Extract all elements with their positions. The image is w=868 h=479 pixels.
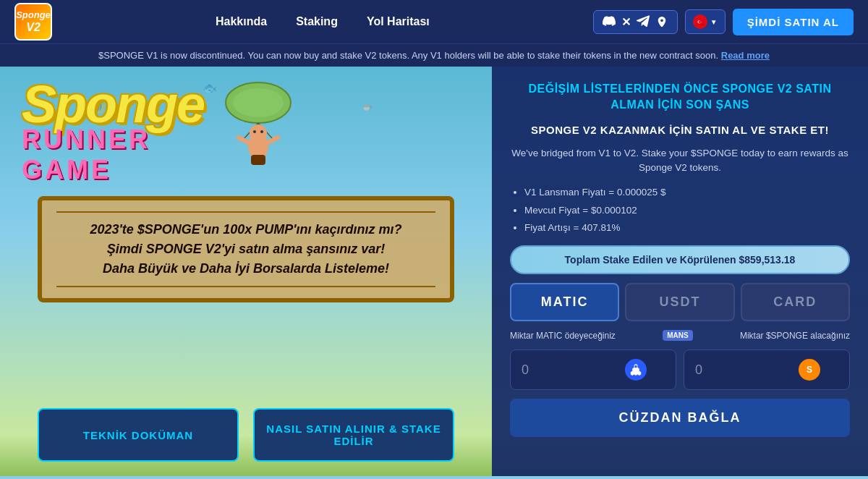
buy-now-button[interactable]: ŞİMDİ SATIN AL [733,9,854,35]
share-icon[interactable] [655,15,668,29]
game-text: GAME [22,155,204,185]
svg-line-6 [239,137,248,143]
receive-label: Miktar $SPONGE alacağınız [740,331,850,341]
right-panel: DEĞİŞİM LİSTELERİNDEN ÖNCE SPONGE V2 SAT… [492,67,868,476]
how-to-buy-button[interactable]: NASIL SATIN ALINIR & STAKE EDİLİR [253,408,454,462]
stake-bar: Toplam Stake Edilen ve Köprülenen $859,5… [510,245,850,274]
sponge-token-icon: S [799,359,820,381]
tab-usdt[interactable]: USDT [625,283,734,321]
bottom-buttons: TEKNİK DOKÜMAN NASIL SATIN ALINIR & STAK… [38,408,454,462]
bullet-list: V1 Lansman Fiyatı = 0.000025 $ Mevcut Fi… [510,184,850,237]
navbar: SpongeV2 Hakkında Staking Yol Haritası ✕ [0,0,868,43]
right-panel-subtitle: SPONGE V2 KAZANMAK İÇİN SATIN AL VE STAK… [510,122,850,137]
right-panel-title: DEĞİŞİM LİSTELERİNDEN ÖNCE SPONGE V2 SAT… [510,81,850,114]
announcement-text: $SPONGE V1 is now discontinued. You can … [98,50,718,61]
svg-point-9 [253,130,256,133]
hero-title-area: Sponge RUNNER GAME [14,81,477,185]
bullet-item-2: Mevcut Fiyat = $0.000102 [524,202,850,219]
social-icons: ✕ [593,10,678,34]
nav-about[interactable]: Hakkında [216,15,267,28]
logo-area: SpongeV2 [14,3,52,41]
svg-rect-11 [251,155,265,165]
flag-icon: 🇹🇷 [693,14,707,29]
svg-point-10 [260,130,263,133]
read-more-link[interactable]: Read more [721,50,770,61]
sponge-title: Sponge [22,81,204,128]
svg-line-7 [268,137,278,143]
left-panel: Sponge RUNNER GAME [0,67,492,476]
nav-links: Hakkında Staking Yol Haritası [52,15,593,28]
nav-roadmap[interactable]: Yol Haritası [367,15,430,28]
announcement-bar: $SPONGE V1 is now discontinued. You can … [0,43,868,67]
chevron-down-icon: ▼ [710,18,718,26]
parachute-character [218,74,298,171]
nav-right: ✕ 🇹🇷 ▼ ŞİMDİ SATIN AL [593,9,854,35]
scroll-notice-box: 2023'te $SPONGE'un 100x PUMP'ını kaçırdı… [38,196,454,302]
chainlink-icon [625,359,647,381]
scroll-text-2: Şimdi SPONGE V2'yi satın alma şansınız v… [60,240,432,259]
telegram-icon[interactable] [637,15,650,29]
language-selector[interactable]: 🇹🇷 ▼ [685,9,726,34]
mans-badge: MANS [663,330,692,341]
connect-wallet-button[interactable]: CÜZDAN BAĞLA [510,399,850,437]
bullet-item-1: V1 Lansman Fiyatı = 0.000025 $ [524,184,850,201]
bullet-item-3: Fiyat Artışı = 407.81% [524,219,850,237]
scroll-text-3: Daha Büyük ve Daha İyi Borsalarda Listel… [60,259,432,279]
pay-input-wrapper: 0 [510,349,676,390]
input-row: 0 0 S [510,349,850,390]
whitepaper-button[interactable]: TEKNİK DOKÜMAN [38,408,239,462]
right-panel-desc: We've bridged from V1 to V2. Stake your … [510,146,850,176]
payment-labels: Miktar MATIC ödeyeceğiniz MANS Miktar $S… [510,330,850,341]
tab-matic[interactable]: MATIC [510,283,619,321]
main-content: 🐠 🐟 🐡 Sponge RUNNER GAME [0,67,868,476]
currency-tabs: MATIC USDT CARD [510,283,850,321]
receive-input-wrapper: 0 S [684,349,850,390]
svg-point-8 [250,124,267,142]
pay-label: Miktar MATIC ödeyeceğiniz [510,331,616,341]
nav-staking[interactable]: Staking [296,15,338,28]
pay-input-value[interactable]: 0 [522,363,529,378]
scroll-text-1: 2023'te $SPONGE'un 100x PUMP'ını kaçırdı… [60,220,432,240]
logo: SpongeV2 [14,3,52,41]
x-twitter-icon[interactable]: ✕ [621,15,631,29]
tab-card[interactable]: CARD [741,283,850,321]
discord-icon[interactable] [603,16,616,28]
receive-input-value[interactable]: 0 [695,363,702,378]
svg-point-1 [233,88,284,117]
